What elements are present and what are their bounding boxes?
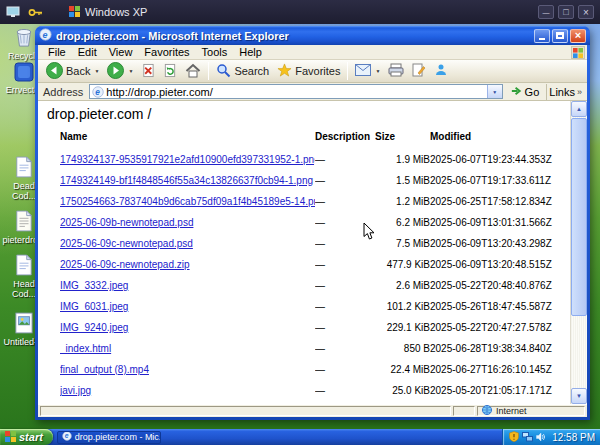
menu-item[interactable]: Help — [233, 46, 268, 58]
file-link[interactable]: 1750254663-7837404b9d6cab75df09a1f4b4518… — [60, 196, 315, 207]
file-link[interactable]: 1749324149-bf1f4848546f55a34c13826637f0c… — [60, 175, 313, 186]
refresh-icon — [163, 63, 177, 80]
refresh-button[interactable] — [159, 62, 181, 81]
file-description: — — [315, 317, 375, 338]
recycle-bin-icon — [13, 26, 35, 50]
file-link[interactable]: javi.jpg — [60, 385, 91, 396]
start-button[interactable]: start — [0, 429, 53, 445]
file-size: 1.9 MiB — [375, 149, 430, 170]
file-listing-table: Name Description Size Modified 174932413… — [60, 131, 568, 401]
column-header-name: Name — [60, 131, 315, 149]
mail-button[interactable]: ▼ — [351, 63, 384, 79]
file-description: — — [315, 170, 375, 191]
menu-item[interactable]: Tools — [196, 46, 234, 58]
status-message-pane — [40, 406, 451, 416]
search-button[interactable]: Search — [212, 62, 273, 81]
scroll-down-icon[interactable]: ▼ — [571, 388, 587, 404]
image-file-icon — [13, 312, 35, 336]
status-secondary-pane — [453, 406, 475, 416]
scrollbar-thumb[interactable] — [571, 118, 587, 316]
print-button[interactable] — [384, 62, 408, 80]
vm-titlebar[interactable]: Windows XP — [0, 0, 600, 24]
file-link[interactable]: 2025-06-09c-newnotepad.zip — [60, 259, 190, 270]
file-link[interactable]: 2025-06-09b-newnotepad.psd — [60, 217, 193, 228]
forward-dropdown-icon[interactable]: ▼ — [128, 68, 133, 74]
file-size: 850 B — [375, 338, 430, 359]
table-row: 2025-06-09c-newnotepad.psd — 7.5 MiB 202… — [60, 233, 568, 254]
forward-button[interactable]: ▼ — [103, 61, 137, 82]
security-zone-label: Internet — [496, 406, 527, 416]
document-icon — [13, 254, 35, 278]
file-size: 7.5 MiB — [375, 233, 430, 254]
window-titlebar[interactable]: e drop.pieter.com - Microsoft Internet E… — [35, 26, 590, 45]
address-label: Address — [41, 86, 85, 98]
vertical-scrollbar[interactable]: ▲ ▼ — [570, 101, 587, 404]
menu-item[interactable]: File — [42, 46, 72, 58]
menu-bar: FileEditViewFavoritesToolsHelp — [38, 45, 587, 60]
back-button[interactable]: Back ▼ — [42, 61, 103, 82]
menu-item[interactable]: View — [103, 46, 139, 58]
vm-title: Windows XP — [85, 6, 147, 18]
back-dropdown-icon[interactable]: ▼ — [94, 68, 99, 74]
file-link[interactable]: IMG_6031.jpeg — [60, 301, 128, 312]
monitor-icon — [6, 6, 20, 18]
taskbar-window-label: drop.pieter.com - Mic... — [75, 432, 161, 442]
go-button[interactable]: Go — [507, 84, 543, 100]
toolbar-separator — [208, 62, 209, 80]
taskbar-clock[interactable]: 12:58 PM — [552, 432, 595, 443]
ie-icon: e — [39, 27, 52, 45]
close-button[interactable] — [570, 29, 586, 43]
taskbar-window-button[interactable]: e drop.pieter.com - Mic... — [57, 431, 161, 444]
address-input[interactable] — [106, 85, 486, 98]
menu-item[interactable]: Edit — [72, 46, 103, 58]
file-size: 1.5 MiB — [375, 170, 430, 191]
file-modified: 2025-05-22T20:47:27.578Z — [430, 317, 568, 338]
go-arrow-icon — [510, 85, 523, 99]
globe-icon — [482, 405, 492, 417]
file-link[interactable]: 2025-06-09c-newnotepad.psd — [60, 238, 193, 249]
file-link[interactable]: _index.html — [60, 343, 111, 354]
vm-close-button[interactable] — [578, 5, 594, 19]
links-chevron-icon[interactable]: » — [577, 87, 582, 97]
file-modified: 2025-06-09T13:20:43.298Z — [430, 233, 568, 254]
file-link[interactable]: 1749324137-9535917921e2afd10900efd397331… — [60, 154, 315, 165]
security-zone-pane: Internet — [477, 406, 585, 416]
scroll-up-icon[interactable]: ▲ — [571, 101, 587, 117]
stop-icon — [141, 63, 155, 80]
file-modified: 2025-05-26T18:47:45.587Z — [430, 296, 568, 317]
menu-item[interactable]: Favorites — [138, 46, 195, 58]
messenger-button[interactable] — [430, 62, 452, 80]
file-description: — — [315, 191, 375, 212]
desktop-icon-label: Head Cod... — [12, 279, 36, 299]
vm-maximize-button[interactable] — [558, 5, 574, 19]
go-label: Go — [525, 86, 540, 98]
stop-button[interactable] — [137, 62, 159, 81]
file-modified: 2025-06-09T13:20:48.515Z — [430, 254, 568, 275]
file-description: — — [315, 296, 375, 317]
network-icon[interactable] — [522, 428, 533, 445]
file-description: — — [315, 233, 375, 254]
file-modified: 2025-06-07T19:17:33.611Z — [430, 170, 568, 191]
home-button[interactable] — [181, 62, 205, 81]
security-shield-icon[interactable] — [509, 428, 519, 445]
file-size: 101.2 KiB — [375, 296, 430, 317]
ie-icon: e — [62, 431, 72, 443]
file-link[interactable]: IMG_3332.jpeg — [60, 280, 128, 291]
links-toolbar[interactable]: Links » — [546, 84, 584, 100]
table-row: 2025-06-09b-newnotepad.psd — 6.2 MiB 202… — [60, 212, 568, 233]
volume-icon[interactable] — [536, 428, 545, 445]
file-link[interactable]: final_output (8).mp4 — [60, 364, 149, 375]
address-dropdown-icon[interactable]: ▼ — [487, 85, 502, 98]
favorites-button[interactable]: Favorites — [273, 62, 344, 80]
file-link[interactable]: IMG_9240.jpeg — [60, 322, 128, 333]
edit-button[interactable] — [408, 62, 430, 80]
edit-pencil-icon — [412, 63, 426, 79]
file-description: — — [315, 149, 375, 170]
mail-dropdown-icon[interactable]: ▼ — [375, 68, 380, 74]
messenger-icon — [434, 63, 448, 79]
minimize-button[interactable] — [534, 29, 550, 43]
maximize-button[interactable] — [552, 29, 568, 43]
vm-minimize-button[interactable] — [538, 5, 554, 19]
table-row: javi.jpg — 25.0 KiB 2025-05-20T21:05:17.… — [60, 380, 568, 401]
address-box: e ▼ — [89, 84, 502, 99]
